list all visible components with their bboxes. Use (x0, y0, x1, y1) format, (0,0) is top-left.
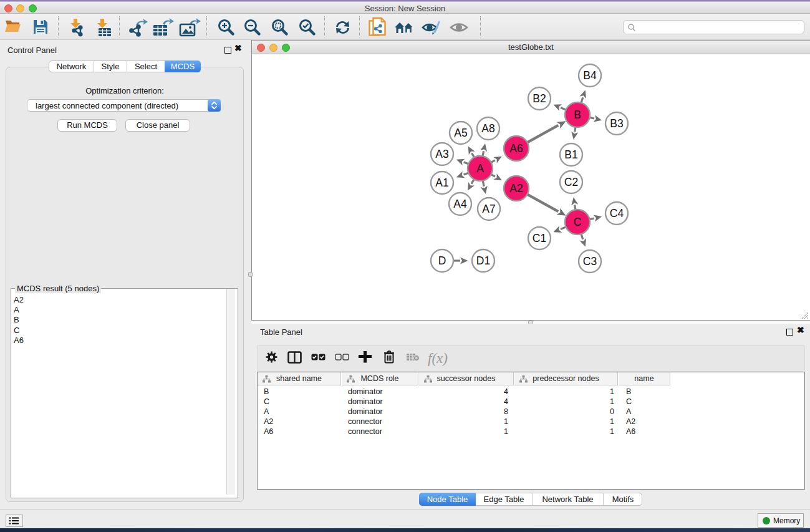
svg-text:D: D (438, 254, 446, 267)
svg-text:A: A (476, 162, 484, 175)
svg-text:B1: B1 (564, 148, 577, 161)
svg-text:A1: A1 (435, 177, 448, 189)
svg-text:A7: A7 (482, 203, 495, 215)
svg-text:B3: B3 (610, 117, 623, 130)
svg-text:C4: C4 (610, 207, 624, 220)
svg-text:B: B (574, 109, 581, 121)
svg-text:C: C (574, 216, 582, 228)
svg-text:D1: D1 (476, 254, 490, 267)
svg-text:A2: A2 (509, 182, 523, 195)
svg-text:A5: A5 (454, 127, 467, 139)
svg-text:A3: A3 (435, 148, 448, 160)
svg-text:B4: B4 (583, 69, 597, 82)
svg-text:C3: C3 (583, 255, 597, 268)
svg-text:B2: B2 (533, 92, 546, 105)
svg-text:A8: A8 (481, 122, 494, 135)
svg-text:A6: A6 (509, 142, 523, 155)
svg-text:A4: A4 (453, 198, 467, 210)
svg-text:C2: C2 (564, 176, 578, 188)
svg-text:C1: C1 (533, 232, 546, 244)
